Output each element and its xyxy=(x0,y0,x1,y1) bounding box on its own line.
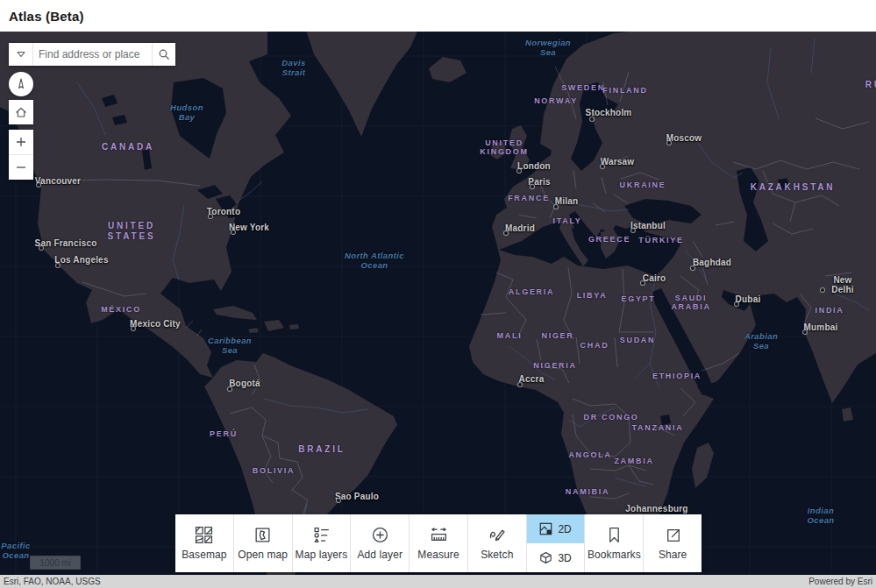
atlas-app: Atlas (Beta) xyxy=(0,0,876,588)
3d-button[interactable]: 3D xyxy=(527,543,585,572)
search-icon xyxy=(158,48,171,61)
share-icon xyxy=(664,526,682,544)
add-layer-button[interactable]: Add layer xyxy=(351,514,410,572)
open-map-label: Open map xyxy=(238,549,288,561)
bookmarks-label: Bookmarks xyxy=(588,549,641,561)
compass-icon xyxy=(14,77,28,91)
dimension-toggle: 2D 3D xyxy=(527,514,586,572)
map-layers-button[interactable]: Map layers xyxy=(293,514,352,572)
map-layers-label: Map layers xyxy=(296,549,348,561)
attribution-sources: Esri, FAO, NOAA, USGS xyxy=(4,577,101,586)
bookmarks-button[interactable]: Bookmarks xyxy=(585,514,644,572)
search-widget xyxy=(9,43,175,66)
zoom-in-icon xyxy=(14,135,28,149)
sketch-icon xyxy=(488,526,506,544)
search-source-dropdown[interactable] xyxy=(9,43,33,66)
add-layer-label: Add layer xyxy=(357,549,402,561)
sketch-button[interactable]: Sketch xyxy=(468,514,527,572)
add-layer-icon xyxy=(371,526,389,544)
scale-bar-label: 1000 mi xyxy=(39,558,71,568)
zoom-in-button[interactable] xyxy=(9,130,33,154)
measure-label: Measure xyxy=(417,549,459,561)
sketch-label: Sketch xyxy=(481,549,513,561)
basemap-button[interactable]: Basemap xyxy=(175,514,234,572)
3d-label: 3D xyxy=(558,552,571,564)
bookmark-icon xyxy=(605,526,623,544)
scale-bar: 1000 mi xyxy=(30,556,81,570)
compass-button[interactable] xyxy=(9,72,33,96)
basemap-label: Basemap xyxy=(182,549,226,561)
2d-icon xyxy=(539,522,552,535)
open-map-icon xyxy=(253,526,272,544)
open-map-button[interactable]: Open map xyxy=(234,514,293,572)
measure-icon xyxy=(430,526,448,544)
attribution-bar: Esri, FAO, NOAA, USGS Powered by Esri xyxy=(0,575,876,588)
2d-label: 2D xyxy=(558,523,571,535)
map-toolbar: Basemap Open map Map layers Add layer Me… xyxy=(175,514,702,572)
zoom-out-icon xyxy=(14,160,28,174)
basemap-icon xyxy=(195,526,213,544)
3d-icon xyxy=(539,551,552,564)
powered-by-esri-link[interactable]: Powered by Esri xyxy=(808,577,872,586)
search-input[interactable] xyxy=(33,43,152,66)
search-submit-button[interactable] xyxy=(152,43,175,66)
share-button[interactable]: Share xyxy=(644,514,702,572)
world-map[interactable] xyxy=(0,32,876,575)
page-title: Atlas (Beta) xyxy=(9,9,84,24)
zoom-out-button[interactable] xyxy=(9,154,33,180)
zoom-controls xyxy=(9,130,33,180)
home-icon xyxy=(14,105,28,119)
map-layers-icon xyxy=(312,526,331,544)
home-button[interactable] xyxy=(9,100,33,124)
share-label: Share xyxy=(659,549,687,561)
app-header: Atlas (Beta) xyxy=(0,0,876,32)
measure-button[interactable]: Measure xyxy=(410,514,468,572)
2d-button[interactable]: 2D xyxy=(527,514,585,543)
dropdown-arrow-icon xyxy=(16,50,26,59)
map-view[interactable]: CANADAUNITED STATESMÉXICOBRAZILPERÚBOLIV… xyxy=(0,32,876,575)
